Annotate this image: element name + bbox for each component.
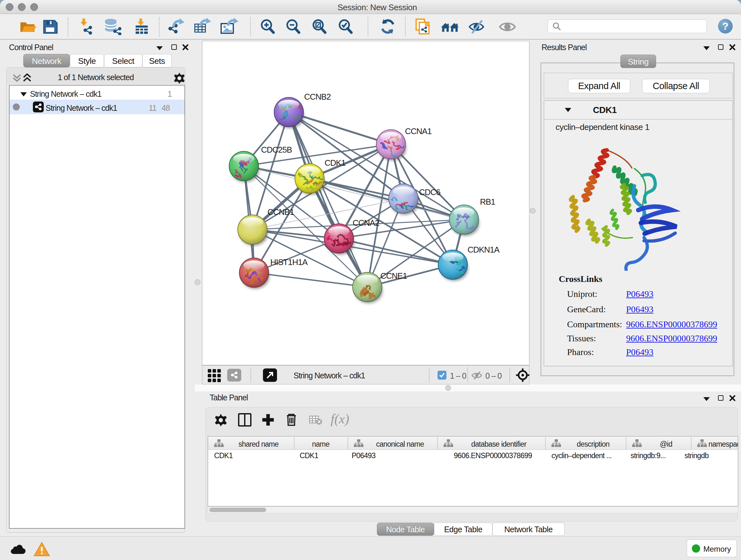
- svg-text:CCNB1: CCNB1: [267, 207, 294, 217]
- svg-text:CCNA1: CCNA1: [405, 126, 432, 136]
- svg-text:CCNA2: CCNA2: [353, 218, 380, 228]
- svg-text:CCNB2: CCNB2: [304, 92, 331, 102]
- svg-text:HIST1H1A: HIST1H1A: [270, 257, 308, 267]
- svg-text:CDC25B: CDC25B: [261, 145, 292, 154]
- svg-text:RB1: RB1: [480, 197, 495, 206]
- svg-text:CCNE1: CCNE1: [381, 271, 407, 281]
- svg-text:CDKN1A: CDKN1A: [468, 245, 500, 254]
- svg-text:CDK1: CDK1: [325, 158, 346, 168]
- svg-text:CDC6: CDC6: [419, 187, 441, 197]
